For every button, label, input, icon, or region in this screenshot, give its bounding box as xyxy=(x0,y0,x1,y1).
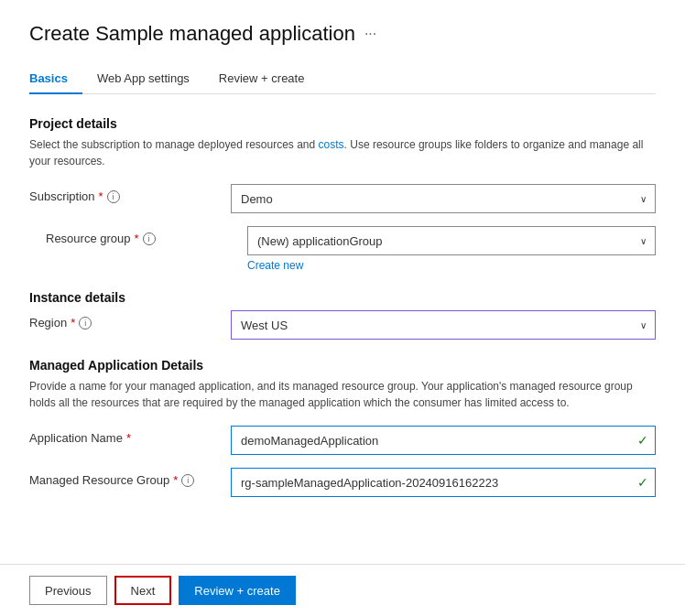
tab-review-create[interactable]: Review + create xyxy=(219,64,320,94)
managed-app-description: Provide a name for your managed applicat… xyxy=(29,378,656,411)
region-row: Region * i West US ∨ xyxy=(29,310,656,340)
managed-resource-group-input[interactable] xyxy=(231,468,656,497)
bottom-bar: Previous Next Review + create xyxy=(0,564,685,616)
application-name-row: Application Name * ✓ xyxy=(29,426,656,455)
application-name-required: * xyxy=(126,431,131,445)
managed-resource-group-required: * xyxy=(173,473,178,487)
managed-resource-group-control: ✓ xyxy=(231,468,656,497)
subscription-info-icon[interactable]: i xyxy=(107,190,120,203)
project-details-heading: Project details xyxy=(29,116,656,131)
next-button[interactable]: Next xyxy=(114,576,172,605)
application-name-label: Application Name * xyxy=(29,426,231,445)
region-required: * xyxy=(71,316,75,330)
subscription-required: * xyxy=(99,189,103,203)
region-label: Region * i xyxy=(29,310,231,330)
resource-group-select[interactable]: (New) applicationGroup xyxy=(247,226,656,255)
managed-resource-group-valid-icon: ✓ xyxy=(637,475,648,490)
application-name-input[interactable] xyxy=(231,426,656,455)
managed-resource-group-row: Managed Resource Group * i ✓ xyxy=(29,468,656,497)
managed-resource-group-info-icon[interactable]: i xyxy=(181,474,194,487)
project-details-description: Select the subscription to manage deploy… xyxy=(29,136,656,169)
tab-bar: Basics Web App settings Review + create xyxy=(29,64,656,94)
instance-details-heading: Instance details xyxy=(29,290,656,305)
costs-link[interactable]: costs xyxy=(319,138,344,151)
resource-group-label: Resource group * i xyxy=(46,226,247,245)
tab-basics[interactable]: Basics xyxy=(29,64,82,94)
resource-group-required: * xyxy=(135,232,139,245)
review-create-button[interactable]: Review + create xyxy=(179,576,296,605)
tab-webapp-settings[interactable]: Web App settings xyxy=(97,64,204,94)
application-name-valid-icon: ✓ xyxy=(637,433,648,448)
previous-button[interactable]: Previous xyxy=(29,576,107,605)
application-name-control: ✓ xyxy=(231,426,656,455)
region-select[interactable]: West US xyxy=(231,310,656,340)
region-control: West US ∨ xyxy=(231,310,656,340)
resource-group-info-icon[interactable]: i xyxy=(143,232,156,245)
subscription-label: Subscription * i xyxy=(29,184,231,203)
subscription-select[interactable]: Demo xyxy=(231,184,656,213)
ellipsis-menu-icon[interactable]: ··· xyxy=(364,26,376,42)
managed-resource-group-label: Managed Resource Group * i xyxy=(29,468,231,487)
page-title: Create Sample managed application xyxy=(29,22,355,46)
managed-app-heading: Managed Application Details xyxy=(29,358,656,373)
region-info-icon[interactable]: i xyxy=(79,317,92,330)
subscription-control: Demo ∨ xyxy=(231,184,656,213)
resource-group-control: (New) applicationGroup ∨ Create new xyxy=(247,226,656,272)
create-new-link[interactable]: Create new xyxy=(247,259,303,272)
subscription-row: Subscription * i Demo ∨ xyxy=(29,184,656,213)
resource-group-row: Resource group * i (New) applicationGrou… xyxy=(29,226,656,272)
